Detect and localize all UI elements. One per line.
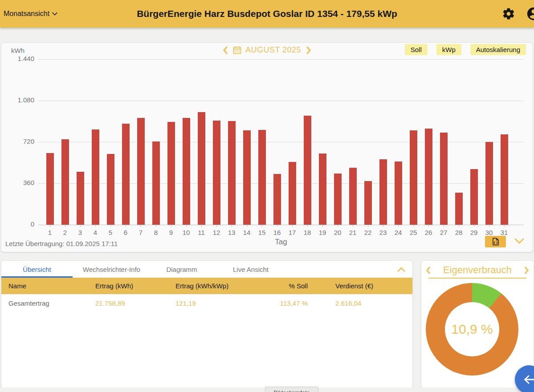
x-tick-label-4: 4	[88, 229, 103, 236]
x-tickmark	[216, 225, 217, 227]
x-tickmark	[156, 225, 156, 227]
x-tick-label-24: 24	[391, 229, 406, 236]
tab-diagramm[interactable]: Diagramm	[151, 261, 213, 278]
tab-live-ansicht[interactable]: Live Ansicht	[213, 261, 289, 278]
tab-wechselrichter-info[interactable]: Wechselrichter-Info	[73, 261, 151, 278]
bar-day-28[interactable]	[455, 193, 463, 225]
x-tickmark	[322, 225, 323, 227]
bar-day-29[interactable]	[470, 169, 478, 225]
bar-day-31[interactable]	[501, 134, 508, 225]
x-tickmark	[368, 225, 368, 227]
x-tickmark	[247, 225, 247, 227]
row-ertrag-kwh: 21.758,89	[95, 299, 175, 307]
bar-day-6[interactable]	[122, 124, 130, 225]
view-selector-label: Monatsansicht	[4, 10, 49, 18]
bar-day-13[interactable]	[228, 121, 236, 225]
bar-day-2[interactable]	[61, 139, 69, 225]
previous-widget-icon[interactable]	[425, 266, 432, 275]
bar-day-27[interactable]	[440, 133, 448, 225]
bar-day-16[interactable]	[273, 174, 281, 225]
x-tickmark	[186, 225, 187, 227]
x-tick-label-7: 7	[133, 229, 148, 236]
next-widget-icon[interactable]	[523, 266, 530, 275]
col-header-soll: % Soll	[269, 282, 308, 290]
x-tickmark	[428, 225, 429, 227]
bar-day-8[interactable]	[152, 141, 160, 225]
x-tickmark	[95, 225, 96, 227]
bar-day-11[interactable]	[198, 112, 205, 225]
x-tick-label-11: 11	[194, 229, 209, 236]
x-tick-label-14: 14	[239, 229, 254, 236]
table-row: Gesamtertrag 21.758,89 121,19 113,47 % 2…	[1, 294, 412, 312]
bar-day-23[interactable]	[379, 159, 387, 225]
x-tick-label-23: 23	[375, 229, 391, 236]
bar-day-19[interactable]	[319, 154, 326, 225]
chevron-up-icon	[397, 267, 405, 272]
collapse-chart-chevron-icon[interactable]	[514, 238, 524, 245]
x-tickmark	[65, 225, 65, 227]
x-tickmark	[444, 225, 444, 227]
bar-day-12[interactable]	[213, 121, 220, 225]
title-underline	[428, 278, 526, 279]
x-tick-label-15: 15	[254, 229, 269, 236]
gridline	[38, 59, 524, 60]
x-tick-label-30: 30	[481, 229, 497, 236]
bar-day-4[interactable]	[92, 129, 99, 225]
bar-day-21[interactable]	[349, 168, 357, 225]
bar-day-17[interactable]	[289, 162, 296, 225]
export-file-icon	[492, 238, 499, 246]
bar-day-20[interactable]	[334, 174, 342, 225]
bar-day-1[interactable]	[46, 153, 54, 225]
x-tick-label-12: 12	[209, 229, 224, 236]
x-tickmark	[474, 225, 474, 227]
bar-day-30[interactable]	[485, 142, 493, 225]
bar-day-24[interactable]	[395, 162, 402, 225]
bar-day-22[interactable]	[364, 181, 372, 225]
donut-center: 10,9 %	[445, 302, 499, 356]
bar-day-5[interactable]	[107, 154, 114, 225]
x-tick-label-13: 13	[224, 229, 239, 236]
bar-day-9[interactable]	[167, 122, 175, 225]
row-soll-percent: 113,47 %	[269, 299, 308, 307]
x-tick-label-19: 19	[315, 229, 330, 236]
x-tickmark	[50, 225, 50, 227]
bar-day-15[interactable]	[258, 130, 266, 225]
x-tickmark	[504, 225, 505, 227]
bar-day-26[interactable]	[425, 129, 432, 225]
x-tickmark	[338, 225, 338, 227]
bar-day-14[interactable]	[243, 130, 251, 225]
x-tickmark	[262, 225, 262, 227]
x-tick-label-10: 10	[179, 229, 194, 236]
eigenverbrauch-title: Eigenverbrauch	[443, 264, 512, 276]
bar-day-3[interactable]	[77, 172, 84, 225]
x-tickmark	[489, 225, 489, 227]
x-tickmark	[459, 225, 459, 227]
export-button[interactable]	[485, 236, 506, 247]
x-tickmark	[80, 225, 81, 227]
view-selector-dropdown[interactable]: Monatsansicht	[4, 10, 57, 18]
self-consumption-percent: 10,9 %	[451, 322, 493, 337]
arrow-left-icon	[522, 374, 534, 385]
overview-panel: Übersicht Wechselrichter-Info Diagramm L…	[1, 260, 413, 388]
settings-gear-icon[interactable]	[502, 7, 515, 20]
collapse-panel-button[interactable]	[397, 261, 412, 278]
bar-day-25[interactable]	[410, 130, 417, 225]
x-tickmark	[413, 225, 414, 227]
bar-day-7[interactable]	[137, 118, 145, 225]
screenshot-button[interactable]: Bildschirmfoto	[265, 387, 318, 392]
col-header-verdienst: Verdienst (€)	[308, 282, 412, 290]
x-tickmark	[110, 225, 111, 227]
col-header-ertrag-kwh-kwp: Ertrag (kWh/kWp)	[175, 282, 269, 290]
eigenverbrauch-header: Eigenverbrauch	[421, 261, 534, 276]
x-tickmark	[232, 225, 232, 227]
bar-day-10[interactable]	[183, 118, 190, 225]
x-tickmark	[353, 225, 353, 227]
x-tick-label-5: 5	[103, 229, 118, 236]
tab-uebersicht[interactable]: Übersicht	[1, 261, 73, 278]
x-tick-label-31: 31	[497, 229, 512, 236]
x-tick-label-27: 27	[436, 229, 451, 236]
account-circle-icon[interactable]	[526, 6, 534, 21]
bar-day-18[interactable]	[304, 116, 311, 225]
monthly-chart-card: kWh AUGUST 2025 Soll kWp Autoskalierung …	[1, 42, 533, 252]
x-tick-label-17: 17	[285, 229, 300, 236]
